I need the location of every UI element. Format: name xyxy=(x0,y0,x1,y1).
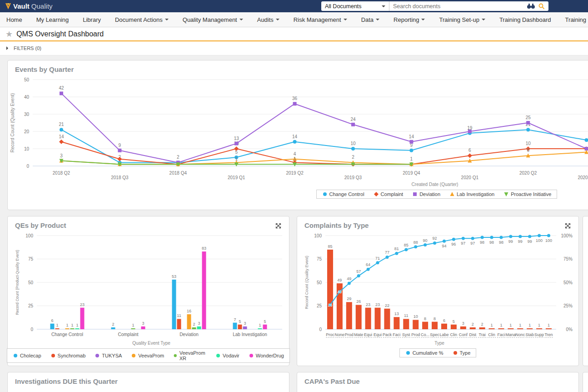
svg-text:99: 99 xyxy=(518,239,523,244)
legend-item-change-control[interactable]: Change Control xyxy=(322,191,364,197)
svg-text:21: 21 xyxy=(59,122,64,127)
complaints-panel-title: Complaints by Type xyxy=(304,221,369,229)
svg-text:Quality Event Type: Quality Event Type xyxy=(132,341,170,346)
legend-item-label: Type xyxy=(460,350,471,356)
legend-item-vodavir[interactable]: Vodavir xyxy=(215,353,239,358)
search-input[interactable] xyxy=(389,3,527,10)
events-by-quarter-panel: Events by Quarter 01020304050Record Coun… xyxy=(7,60,588,210)
svg-text:25: 25 xyxy=(28,303,34,308)
menu-item-risk-management[interactable]: Risk Management xyxy=(294,16,347,23)
svg-text:1: 1 xyxy=(528,323,531,327)
menu-item-training-management[interactable]: Training Management xyxy=(565,16,588,23)
menu-item-label: Quality Management xyxy=(183,16,237,23)
menu-item-home[interactable]: Home xyxy=(6,16,22,23)
svg-text:2019 Q3: 2019 Q3 xyxy=(344,175,362,180)
chevron-down-icon xyxy=(344,19,347,22)
legend-item-type[interactable]: Type xyxy=(453,350,471,356)
brand-name: Vault xyxy=(13,2,30,10)
expand-arrow-icon xyxy=(6,46,10,50)
svg-text:57: 57 xyxy=(356,269,361,274)
svg-text:53: 53 xyxy=(172,274,176,279)
legend-item-label: VeevaProm XR xyxy=(179,350,206,361)
legend-marker-icon xyxy=(173,353,177,358)
qes-chart-legend: CholecapSynchromabTUKYSAVeevaPromVeevaPr… xyxy=(8,348,289,363)
svg-text:11: 11 xyxy=(404,313,408,318)
svg-text:16: 16 xyxy=(187,309,191,313)
svg-text:1: 1 xyxy=(519,323,521,327)
svg-text:Co...: Co... xyxy=(421,332,429,337)
svg-text:50: 50 xyxy=(28,280,34,285)
svg-text:36: 36 xyxy=(292,96,298,101)
legend-item-wonderdrug[interactable]: WonderDrug xyxy=(249,353,284,358)
legend-item-complaint[interactable]: Complaint xyxy=(374,191,404,197)
legend-marker-icon xyxy=(374,191,379,197)
expand-icon[interactable] xyxy=(275,222,282,229)
vault-logo[interactable]: Vault Quality xyxy=(5,2,53,10)
svg-text:71: 71 xyxy=(375,256,380,261)
menu-item-library[interactable]: Library xyxy=(83,16,101,23)
svg-text:1: 1 xyxy=(509,323,512,327)
svg-text:25%: 25% xyxy=(563,303,573,308)
svg-text:Tren: Tren xyxy=(544,332,553,337)
svg-text:3: 3 xyxy=(60,153,63,158)
legend-item-veevaprom-xr[interactable]: VeevaProm XR xyxy=(173,350,206,361)
svg-text:99: 99 xyxy=(508,239,513,244)
menu-item-training-dashboard[interactable]: Training Dashboard xyxy=(499,16,551,23)
favorite-star-icon[interactable]: ★ xyxy=(5,30,13,38)
svg-text:85: 85 xyxy=(328,244,332,249)
svg-text:26: 26 xyxy=(328,303,332,307)
capas-panel-title: CAPA's Past Due xyxy=(304,377,360,385)
svg-text:100: 100 xyxy=(536,238,543,243)
svg-text:Trai: Trai xyxy=(479,332,486,337)
menu-item-reporting[interactable]: Reporting xyxy=(394,16,425,23)
legend-marker-icon xyxy=(503,191,509,197)
chevron-down-icon xyxy=(382,5,385,9)
menu-item-document-actions[interactable]: Document Actions xyxy=(115,16,169,23)
legend-item-cumulative-[interactable]: Cumulative % xyxy=(405,350,443,356)
legend-item-veevaprom[interactable]: VeevaProm xyxy=(131,353,164,358)
legend-marker-icon xyxy=(13,353,18,358)
svg-text:Mate: Mate xyxy=(354,332,363,337)
search-bar: All Documents xyxy=(321,1,548,11)
svg-text:94: 94 xyxy=(442,244,446,248)
svg-text:2018 Q4: 2018 Q4 xyxy=(169,171,187,176)
events-chart-legend: Change ControlComplaintDeviationLab Inve… xyxy=(8,190,588,199)
svg-text:20: 20 xyxy=(24,129,30,134)
menu-item-audits[interactable]: Audits xyxy=(257,16,279,23)
menu-item-label: Training Dashboard xyxy=(499,16,551,23)
search-icon[interactable] xyxy=(538,3,545,10)
svg-text:2019 Q4: 2019 Q4 xyxy=(403,171,420,176)
svg-text:Proc: Proc xyxy=(326,332,334,337)
svg-text:6: 6 xyxy=(468,148,471,153)
legend-item-proactive-initiative[interactable]: Proactive Initiative xyxy=(503,191,551,197)
qes-by-product-chart: 0255075100Record Count (Product-Quality … xyxy=(8,229,289,347)
svg-text:8: 8 xyxy=(424,317,426,321)
filters-toggle[interactable]: FILTERS (0) xyxy=(0,41,588,55)
menu-item-training-set-up[interactable]: Training Set-up xyxy=(439,16,485,23)
legend-marker-icon xyxy=(215,353,221,358)
search-scope-dropdown[interactable]: All Documents xyxy=(321,1,389,11)
dashboard: Events by Quarter 01020304050Record Coun… xyxy=(0,55,588,392)
svg-text:98: 98 xyxy=(489,240,494,245)
legend-item-cholecap[interactable]: Cholecap xyxy=(13,353,41,358)
legend-item-lab-investigation[interactable]: Lab Investigation xyxy=(449,191,494,197)
expand-icon[interactable] xyxy=(564,222,571,229)
legend-marker-icon xyxy=(131,353,136,358)
svg-text:Change Control: Change Control xyxy=(51,332,83,337)
binoculars-icon[interactable] xyxy=(527,3,535,9)
svg-text:2: 2 xyxy=(112,322,114,327)
svg-text:2: 2 xyxy=(193,322,195,327)
svg-text:10: 10 xyxy=(414,314,418,319)
svg-text:24: 24 xyxy=(350,117,356,122)
legend-item-synchromab[interactable]: Synchromab xyxy=(50,353,86,358)
legend-item-label: Cholecap xyxy=(20,353,41,358)
svg-text:0: 0 xyxy=(30,327,33,332)
menu-item-quality-management[interactable]: Quality Management xyxy=(183,16,243,23)
menu-item-my-learning[interactable]: My Learning xyxy=(36,16,69,23)
legend-item-deviation[interactable]: Deviation xyxy=(412,191,440,197)
menu-item-data[interactable]: Data xyxy=(361,16,379,23)
legend-item-tukysa[interactable]: TUKYSA xyxy=(95,353,122,358)
svg-text:6: 6 xyxy=(527,148,529,153)
svg-text:1: 1 xyxy=(71,323,73,327)
svg-text:11: 11 xyxy=(177,313,181,318)
